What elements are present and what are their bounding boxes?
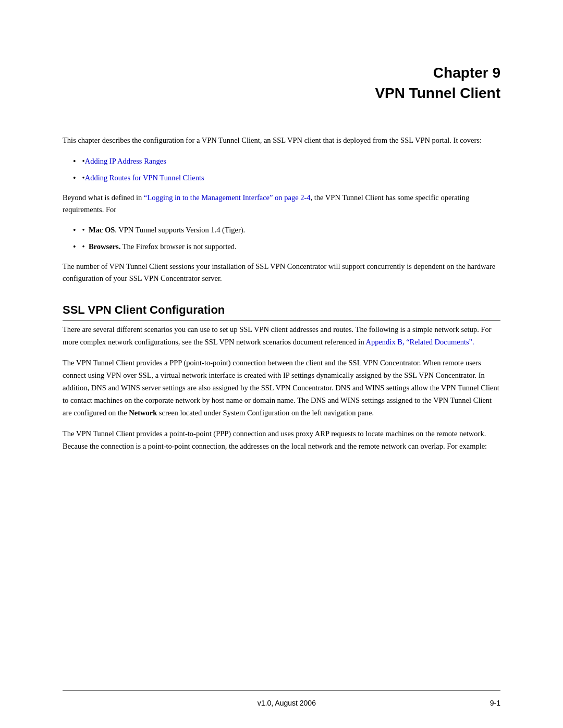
footer-version: v1.0, August 2006 xyxy=(83,699,490,707)
adding-routes-link[interactable]: Adding Routes for VPN Tunnel Clients xyxy=(85,172,204,184)
intro-paragraph-1: This chapter describes the configuration… xyxy=(63,134,500,146)
logging-in-link[interactable]: “Logging in to the Management Interface”… xyxy=(144,193,311,202)
footer-rule xyxy=(63,690,500,690)
intro-paragraph-2: Beyond what is defined in “Logging in to… xyxy=(63,192,500,216)
appendix-b-link[interactable]: Appendix B, “Related Documents”. xyxy=(365,338,474,346)
page: Chapter 9 VPN Tunnel Client This chapter… xyxy=(0,0,563,728)
footer: v1.0, August 2006 9-1 xyxy=(63,699,500,707)
list-item: • Adding IP Address Ranges xyxy=(73,155,500,168)
section-paragraph-3: The VPN Tunnel Client provides a point-t… xyxy=(63,428,500,453)
ssl-vpn-config-heading: SSL VPN Client Configuration xyxy=(63,303,500,320)
intro-bullet-list-1: • Adding IP Address Ranges • Adding Rout… xyxy=(73,155,500,184)
adding-ip-ranges-link[interactable]: Adding IP Address Ranges xyxy=(85,155,166,167)
list-item: • Browsers. The Firefox browser is not s… xyxy=(73,241,500,253)
list-item: • Adding Routes for VPN Tunnel Clients xyxy=(73,172,500,184)
intro-paragraph-3: The number of VPN Tunnel Client sessions… xyxy=(63,261,500,285)
list-item: • Mac OS. VPN Tunnel supports Version 1.… xyxy=(73,224,500,237)
chapter-title: Chapter 9 VPN Tunnel Client xyxy=(63,63,500,103)
chapter-heading: Chapter 9 VPN Tunnel Client xyxy=(63,63,500,103)
section-paragraph-1: There are several different scenarios yo… xyxy=(63,324,500,349)
section-paragraph-2: The VPN Tunnel Client provides a PPP (po… xyxy=(63,357,500,419)
intro-bullet-list-2: • Mac OS. VPN Tunnel supports Version 1.… xyxy=(73,224,500,253)
footer-page-number: 9-1 xyxy=(490,699,500,707)
